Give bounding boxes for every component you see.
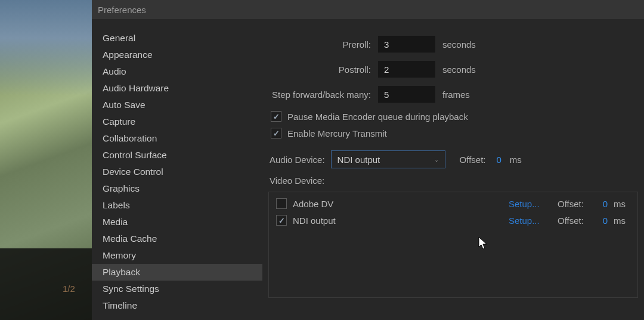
pause-encoder-row: Pause Media Encoder queue during playbac… (268, 111, 638, 122)
sidebar-item-media[interactable]: Media (92, 214, 262, 230)
device-row: Adobe DVSetup...Offset:0ms (276, 198, 630, 209)
mercury-transmit-row: Enable Mercury Transmit (268, 128, 638, 139)
device-name: NDI output (293, 216, 412, 226)
video-device-list: Adobe DVSetup...Offset:0msNDI outputSetu… (268, 192, 638, 298)
chevron-down-icon: ⌄ (434, 156, 439, 163)
device-setup-link[interactable]: Setup... (509, 199, 552, 209)
pause-encoder-label: Pause Media Encoder queue during playbac… (287, 112, 468, 122)
device-offset-unit: ms (614, 199, 630, 209)
audio-device-label: Audio Device: (268, 155, 325, 165)
postroll-label: Postroll: (268, 64, 371, 75)
sidebar: GeneralAppearanceAudioAudio HardwareAuto… (92, 19, 262, 320)
device-checkbox[interactable] (276, 198, 287, 209)
preroll-input[interactable] (378, 36, 435, 53)
audio-device-value: NDI output (338, 155, 380, 165)
sidebar-item-playback[interactable]: Playback (92, 264, 262, 281)
sidebar-item-media-cache[interactable]: Media Cache (92, 230, 262, 247)
device-row: NDI outputSetup...Offset:0ms (276, 215, 630, 226)
sidebar-item-collaboration[interactable]: Collaboration (92, 130, 262, 147)
sidebar-item-control-surface[interactable]: Control Surface (92, 147, 262, 164)
pause-encoder-checkbox[interactable] (271, 111, 281, 122)
device-offset-label: Offset: (558, 199, 591, 209)
postroll-input[interactable] (378, 61, 435, 78)
device-offset-label: Offset: (558, 216, 591, 226)
sidebar-item-audio[interactable]: Audio (92, 63, 262, 80)
audio-offset-label: Offset: (460, 155, 486, 165)
sidebar-item-appearance[interactable]: Appearance (92, 47, 262, 63)
audio-device-row: Audio Device: NDI output ⌄ Offset: 0 ms (268, 150, 638, 168)
sidebar-item-memory[interactable]: Memory (92, 247, 262, 264)
audio-offset-unit: ms (510, 155, 522, 165)
step-row: Step forward/back many: frames (268, 86, 638, 103)
device-checkbox[interactable] (276, 215, 287, 226)
step-unit: frames (442, 90, 470, 100)
sidebar-item-auto-save[interactable]: Auto Save (92, 97, 262, 113)
device-offset-value[interactable]: 0 (597, 216, 608, 226)
device-offset-unit: ms (614, 216, 630, 226)
step-label: Step forward/back many: (268, 90, 371, 100)
device-name: Adobe DV (293, 199, 412, 209)
sidebar-item-sync-settings[interactable]: Sync Settings (92, 281, 262, 297)
page-indicator: 1/2 (63, 284, 75, 294)
device-offset-value[interactable]: 0 (597, 199, 608, 209)
audio-offset-value[interactable]: 0 (496, 155, 501, 165)
sidebar-item-general[interactable]: General (92, 30, 262, 47)
postroll-unit: seconds (442, 64, 476, 75)
sidebar-item-audio-hardware[interactable]: Audio Hardware (92, 80, 262, 97)
sidebar-item-labels[interactable]: Labels (92, 197, 262, 214)
mercury-transmit-label: Enable Mercury Transmit (287, 128, 387, 139)
background-image (0, 0, 92, 320)
sidebar-item-timeline[interactable]: Timeline (92, 297, 262, 314)
audio-device-dropdown[interactable]: NDI output ⌄ (331, 150, 445, 168)
mercury-transmit-checkbox[interactable] (271, 128, 281, 139)
step-input[interactable] (378, 86, 435, 103)
video-device-label: Video Device: (270, 176, 638, 186)
playback-panel: Preroll: seconds Postroll: seconds Step … (262, 19, 644, 320)
sidebar-item-graphics[interactable]: Graphics (92, 180, 262, 197)
window-title: Preferences (98, 5, 146, 15)
sidebar-item-capture[interactable]: Capture (92, 113, 262, 130)
preferences-dialog: Preferences GeneralAppearanceAudioAudio … (92, 0, 644, 320)
preroll-unit: seconds (442, 39, 476, 50)
device-setup-link[interactable]: Setup... (509, 216, 552, 226)
titlebar: Preferences (92, 0, 644, 19)
preroll-label: Preroll: (268, 39, 371, 50)
sidebar-item-device-control[interactable]: Device Control (92, 164, 262, 180)
preroll-row: Preroll: seconds (268, 36, 638, 53)
postroll-row: Postroll: seconds (268, 61, 638, 78)
